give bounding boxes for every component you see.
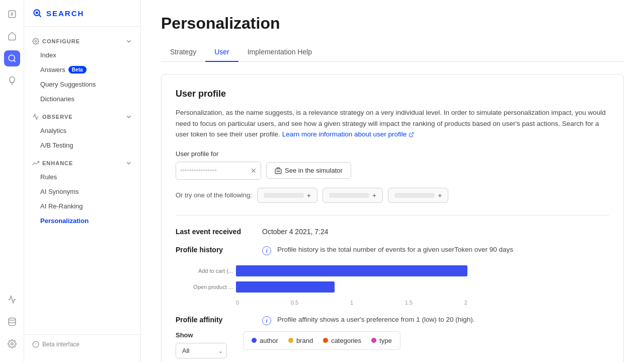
sidebar-item-query-suggestions[interactable]: Query Suggestions <box>24 77 140 92</box>
sidebar-item-index[interactable]: Index <box>24 48 140 62</box>
observe-section: OBSERVE Analytics A/B Testing <box>24 110 140 153</box>
brand-dot <box>288 338 293 343</box>
axis-label-2: 2 <box>464 300 467 306</box>
suggestion-1[interactable]: + <box>257 188 317 203</box>
card-divider <box>176 215 609 215</box>
clear-input-button[interactable]: ✕ <box>251 167 257 175</box>
sidebar: SEARCH CONFIGURE Index Answers Beta Quer… <box>24 0 141 362</box>
user-token-input[interactable] <box>180 167 251 174</box>
answers-badge: Beta <box>68 66 87 74</box>
suggestion-2[interactable]: + <box>323 188 383 203</box>
lightbulb-icon[interactable] <box>4 73 20 89</box>
profile-history-row: Profile history i Profile history is the… <box>176 246 609 306</box>
profile-history-info-text: Profile history is the total number of e… <box>277 246 513 253</box>
svg-line-10 <box>411 133 414 135</box>
enhance-section: ENHANCE Rules AI Synonyms AI Re-Ranking … <box>24 157 140 228</box>
user-profile-for-label: User profile for <box>176 150 609 158</box>
add-suggestion-3-icon[interactable]: + <box>438 191 442 199</box>
analytics-rail-icon[interactable] <box>4 292 20 308</box>
add-suggestion-1-icon[interactable]: + <box>307 191 311 199</box>
chart-bar-fill-2 <box>236 281 335 293</box>
beta-interface-label[interactable]: Beta interface <box>32 341 132 348</box>
svg-point-3 <box>11 343 13 345</box>
chart-bar-track-2 <box>236 281 467 293</box>
enhance-header[interactable]: ENHANCE <box>24 157 140 170</box>
type-label: type <box>379 337 392 344</box>
legend-type: type <box>371 337 392 344</box>
clock-icon[interactable] <box>4 6 20 22</box>
profile-history-label: Profile history <box>176 246 256 254</box>
database-rail-icon[interactable] <box>4 314 20 330</box>
sidebar-item-dictionaries[interactable]: Dictionaries <box>24 92 140 106</box>
or-label: Or try one of the following: <box>176 191 252 199</box>
sidebar-logo[interactable]: SEARCH <box>24 8 140 27</box>
configure-section: CONFIGURE Index Answers Beta Query Sugge… <box>24 35 140 106</box>
categories-dot <box>323 338 328 343</box>
type-dot <box>371 338 376 343</box>
last-event-label: Last event received <box>176 228 256 236</box>
home-icon[interactable] <box>4 28 20 44</box>
last-event-row: Last event received October 4 2021, 7:24 <box>176 228 609 236</box>
svg-point-1 <box>9 55 15 61</box>
axis-label-05: 0.5 <box>291 300 298 306</box>
chart-bar-open-product: Open product ... <box>236 281 467 293</box>
tab-user[interactable]: User <box>205 43 238 62</box>
sidebar-item-ai-synonyms[interactable]: AI Synonyms <box>24 184 140 199</box>
icon-rail <box>0 0 24 362</box>
svg-point-2 <box>9 318 16 321</box>
description-text: Personalization, as the name suggests, i… <box>176 107 609 140</box>
categories-label: categories <box>331 337 361 344</box>
page-title: Personalization <box>161 14 624 33</box>
sidebar-footer: Beta interface <box>24 334 140 354</box>
author-label: author <box>260 337 278 344</box>
search-feature-icon[interactable] <box>4 50 20 66</box>
author-dot <box>252 338 257 343</box>
last-event-value: October 4 2021, 7:24 <box>262 228 329 236</box>
show-label: Show <box>176 331 227 339</box>
axis-label-1: 1 <box>350 300 353 306</box>
user-token-input-wrapper[interactable]: ✕ <box>176 162 261 180</box>
profile-history-info-icon[interactable]: i <box>262 246 271 255</box>
chart-bar-track-1 <box>236 265 467 276</box>
axis-label-0: 0 <box>236 300 239 306</box>
legend-author: author <box>252 337 278 344</box>
profile-affinity-info-text: Profile affinity shows a user's preferen… <box>277 316 475 323</box>
suggestion-3[interactable]: + <box>388 188 448 203</box>
add-suggestion-2-icon[interactable]: + <box>372 191 376 199</box>
show-control: Show All author brand categories type <box>176 331 227 358</box>
legend-row: author brand categories type <box>243 331 400 350</box>
user-profile-card: User profile Personalization, as the nam… <box>161 74 624 362</box>
show-select[interactable]: All author brand categories type <box>176 343 227 358</box>
sidebar-item-analytics[interactable]: Analytics <box>24 123 140 138</box>
profile-affinity-label: Profile affinity <box>176 316 256 324</box>
chart-bar-fill-1 <box>236 265 467 276</box>
svg-point-6 <box>35 40 37 42</box>
brand-label: brand <box>296 337 313 344</box>
simulator-button[interactable]: See in the simulator <box>266 162 351 179</box>
configure-header[interactable]: CONFIGURE <box>24 35 140 48</box>
chart-axis: 0 0.5 1 1.5 2 <box>236 298 467 306</box>
chart-bar-add-to-cart-label: Add to cart (... <box>174 268 233 274</box>
tab-strategy[interactable]: Strategy <box>161 43 205 62</box>
learn-more-link[interactable]: Learn more information about user profil… <box>282 130 414 138</box>
profile-affinity-info-icon[interactable]: i <box>262 316 271 325</box>
tab-implementation-help[interactable]: Implementation Help <box>238 43 321 62</box>
chart-bar-open-product-label: Open product ... <box>174 284 233 290</box>
sidebar-item-ai-reranking[interactable]: AI Re-Ranking <box>24 199 140 213</box>
show-select-wrapper[interactable]: All author brand categories type <box>176 343 227 358</box>
sidebar-item-rules[interactable]: Rules <box>24 170 140 184</box>
or-try-row: Or try one of the following: + + + <box>176 188 609 203</box>
profile-affinity-row: Profile affinity i Profile affinity show… <box>176 316 609 358</box>
rail-bottom <box>4 292 20 356</box>
sidebar-item-ab-testing[interactable]: A/B Testing <box>24 138 140 153</box>
observe-header[interactable]: OBSERVE <box>24 110 140 123</box>
chart-bar-add-to-cart: Add to cart (... <box>236 265 467 276</box>
legend-brand: brand <box>288 337 313 344</box>
user-profile-input-row: ✕ See in the simulator <box>176 162 609 180</box>
sidebar-item-answers[interactable]: Answers Beta <box>24 62 140 77</box>
svg-point-5 <box>36 12 38 14</box>
tab-bar: Strategy User Implementation Help <box>161 43 624 62</box>
axis-label-15: 1.5 <box>405 300 413 306</box>
settings-rail-icon[interactable] <box>4 336 20 352</box>
sidebar-item-personalization[interactable]: Personalization <box>24 213 140 228</box>
